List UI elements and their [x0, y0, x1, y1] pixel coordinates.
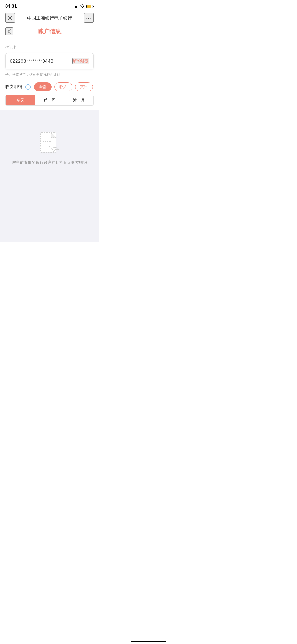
- battery-icon: ⚡: [86, 5, 94, 8]
- filter-income-button[interactable]: 收入: [54, 82, 72, 91]
- signal-icon: [74, 4, 78, 8]
- filter-label: 收支明细: [5, 84, 22, 90]
- empty-state: 您当前查询的银行账户在此期间无收支明细: [0, 110, 99, 242]
- svg-point-5: [49, 146, 50, 147]
- status-bar: 04:31 ⚡: [0, 0, 99, 11]
- back-button[interactable]: [5, 27, 13, 35]
- card-box: 622203********0448 解除绑定: [5, 53, 94, 69]
- filter-all-button[interactable]: 全部: [34, 82, 52, 91]
- svg-point-6: [47, 145, 48, 145]
- card-status-text: 卡片状态异常，您可至我行柜面处理: [5, 72, 94, 77]
- card-label: 借记卡: [5, 45, 94, 50]
- empty-illustration: [36, 131, 63, 160]
- more-button[interactable]: ···: [84, 13, 94, 23]
- card-number: 622203********0448: [10, 59, 53, 64]
- content-area: 借记卡 622203********0448 解除绑定 卡片状态异常，您可至我行…: [0, 40, 99, 77]
- date-week-button[interactable]: 近一周: [35, 95, 64, 105]
- filter-type-buttons: 全部 收入 支出: [34, 82, 94, 91]
- status-time: 04:31: [5, 4, 17, 9]
- filter-row: 收支明细 i 全部 收入 支出: [5, 82, 94, 91]
- date-filter-row: 今天 近一周 近一月: [5, 95, 94, 106]
- filter-section: 收支明细 i 全部 收入 支出 今天 近一周 近一月: [0, 82, 99, 110]
- status-icons: ⚡: [74, 4, 94, 9]
- unbind-button[interactable]: 解除绑定: [72, 58, 89, 64]
- date-today-button[interactable]: 今天: [6, 95, 35, 105]
- page-header: 账户信息: [0, 25, 99, 40]
- filter-expense-button[interactable]: 支出: [75, 82, 93, 91]
- info-icon[interactable]: i: [25, 84, 31, 90]
- wifi-icon: [80, 4, 85, 9]
- nav-bar: 中国工商银行电子银行 ···: [0, 11, 99, 25]
- nav-title: 中国工商银行电子银行: [27, 15, 72, 21]
- empty-text: 您当前查询的银行账户在此期间无收支明细: [12, 160, 87, 165]
- close-button[interactable]: [5, 13, 15, 23]
- date-month-button[interactable]: 近一月: [64, 95, 93, 105]
- page-title: 账户信息: [13, 27, 86, 35]
- more-icon: ···: [86, 15, 92, 21]
